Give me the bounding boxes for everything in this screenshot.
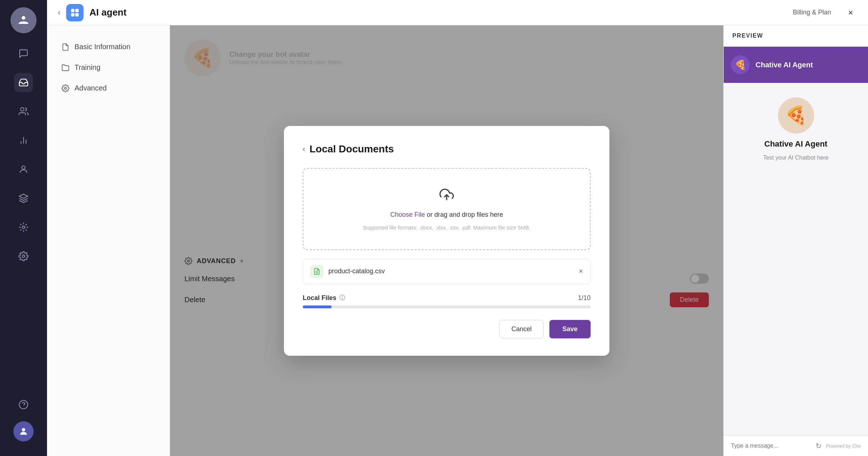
- file-dropzone[interactable]: Choose File or drag and drop files here …: [303, 168, 591, 250]
- svg-point-4: [22, 226, 25, 229]
- billing-plan-link[interactable]: Billing & Plan: [793, 9, 831, 16]
- sidebar-icon-agents[interactable]: [14, 160, 33, 179]
- powered-by-label: Powered by Che: [826, 443, 861, 449]
- preview-bot-name: Chative AI Agent: [764, 139, 827, 149]
- preview-bot-sub: Test your AI Chatbot here: [763, 155, 829, 161]
- local-files-label: Local Files ⓘ: [303, 294, 345, 302]
- nav-item-basic-information[interactable]: Basic Information: [51, 37, 165, 57]
- app-logo: [10, 7, 37, 33]
- svg-rect-12: [75, 13, 78, 16]
- preview-chat: 🍕 Chative AI Agent 🍕 Chative AI Agent Te…: [724, 47, 868, 456]
- user-avatar[interactable]: [13, 421, 34, 442]
- preview-chat-avatar: 🍕: [731, 55, 750, 74]
- cancel-button[interactable]: Cancel: [499, 320, 544, 338]
- main-area: ‹ AI agent Billing & Plan × Basic Inform…: [47, 0, 868, 456]
- progress-bar-fill: [303, 305, 332, 308]
- sidebar-icon-layers[interactable]: [14, 189, 33, 208]
- sidebar-icon-contacts[interactable]: [14, 102, 33, 121]
- sidebar-icon-inbox[interactable]: [14, 73, 33, 92]
- preview-input-bar: ↻ Powered by Che: [724, 435, 868, 456]
- refresh-icon[interactable]: ↻: [816, 442, 822, 450]
- sidebar-icon-settings[interactable]: [14, 247, 33, 266]
- svg-rect-10: [75, 9, 78, 12]
- upload-icon: [439, 187, 454, 205]
- modal-overlay: ‹ Local Documents Choose File o: [170, 25, 723, 456]
- topbar: ‹ AI agent Billing & Plan ×: [47, 0, 868, 25]
- svg-point-5: [22, 255, 25, 258]
- svg-point-0: [22, 16, 25, 20]
- local-files-header: Local Files ⓘ 1/10: [303, 294, 591, 302]
- sidebar-icon-integration[interactable]: [14, 218, 33, 237]
- file-type-icon: [310, 265, 323, 278]
- save-button[interactable]: Save: [549, 320, 591, 338]
- preview-message-input[interactable]: [731, 443, 811, 449]
- left-nav: Basic Information Training Advanced: [47, 25, 170, 456]
- dropzone-or-label: or drag and drop files here: [425, 211, 503, 218]
- preview-header: PREVIEW: [724, 25, 868, 47]
- local-files-info-icon: ⓘ: [339, 294, 345, 302]
- modal-back-button[interactable]: ‹: [303, 145, 305, 153]
- back-button[interactable]: ‹: [58, 8, 60, 17]
- local-files-text: Local Files: [303, 294, 336, 302]
- local-files-count: 1/10: [578, 294, 591, 302]
- nav-label-basic-information: Basic Information: [75, 43, 131, 51]
- page-title: AI agent: [89, 7, 787, 18]
- preview-chat-name: Chative AI Agent: [756, 61, 813, 69]
- svg-point-2: [22, 166, 25, 169]
- sidebar-icon-chat[interactable]: [14, 44, 33, 63]
- svg-rect-9: [71, 9, 75, 12]
- nav-label-training: Training: [75, 63, 101, 72]
- preview-body: 🍕 Chative AI Agent Test your AI Chatbot …: [724, 83, 868, 435]
- preview-chat-header: 🍕 Chative AI Agent: [724, 47, 868, 83]
- local-files-section: Local Files ⓘ 1/10: [303, 294, 591, 308]
- main-content: 🍕 Change your bot avatar Upload the bot …: [170, 25, 723, 456]
- svg-rect-11: [71, 13, 75, 16]
- progress-bar: [303, 305, 591, 308]
- close-button[interactable]: ×: [844, 6, 857, 19]
- dropzone-text: Choose File or drag and drop files here: [390, 211, 503, 219]
- modal-header: ‹ Local Documents: [303, 143, 591, 155]
- choose-file-link[interactable]: Choose File: [390, 211, 425, 218]
- file-name: product-catalog.csv: [328, 267, 574, 275]
- file-row: product-catalog.csv ×: [303, 259, 591, 284]
- modal-local-documents: ‹ Local Documents Choose File o: [284, 126, 609, 356]
- nav-item-training[interactable]: Training: [51, 58, 165, 77]
- svg-point-1: [21, 108, 24, 111]
- svg-point-13: [64, 87, 67, 89]
- topbar-app-icon: [66, 4, 84, 21]
- sidebar-nav: [14, 44, 33, 395]
- preview-panel: PREVIEW 🍕 Chative AI Agent 🍕 Chative AI …: [723, 25, 868, 456]
- nav-label-advanced: Advanced: [75, 84, 107, 92]
- modal-actions: Cancel Save: [303, 320, 591, 338]
- nav-item-advanced[interactable]: Advanced: [51, 78, 165, 98]
- sidebar-bottom: [13, 395, 34, 442]
- file-remove-button[interactable]: ×: [579, 267, 583, 275]
- svg-marker-3: [19, 194, 27, 198]
- sidebar-icon-help[interactable]: [14, 395, 33, 414]
- sidebar-icon-reports[interactable]: [14, 131, 33, 150]
- sidebar: [0, 0, 47, 456]
- modal-title: Local Documents: [310, 143, 394, 155]
- preview-bot-avatar: 🍕: [778, 97, 814, 134]
- svg-point-8: [22, 428, 25, 431]
- dropzone-supported: Supported file formats: .docx, .xlsx, .c…: [363, 224, 530, 231]
- content-area: Basic Information Training Advanced 🍕 Ch…: [47, 25, 868, 456]
